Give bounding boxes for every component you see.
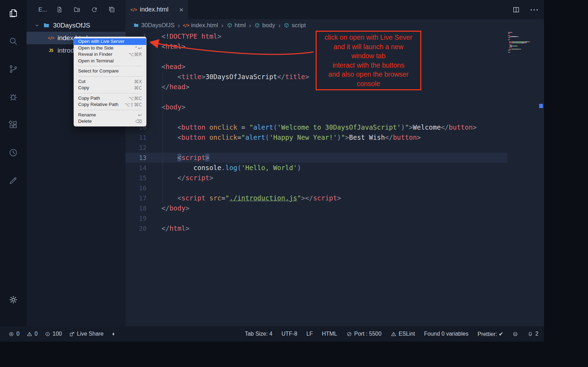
status-eslint[interactable]: ESLint [391, 331, 415, 337]
status-variables[interactable]: Found 0 variables [424, 331, 468, 337]
menu-item-shortcut: ⌫ [135, 118, 142, 124]
menu-item-label: Cut [78, 79, 85, 85]
refresh-button[interactable] [91, 6, 98, 14]
menu-item-rename[interactable]: Rename↩ [74, 112, 146, 118]
split-editor-icon[interactable] [512, 6, 520, 14]
collapse-all-button[interactable] [108, 6, 116, 14]
status-feedback-smiley[interactable] [512, 331, 518, 337]
code-line-7[interactable]: 7 [126, 92, 507, 102]
menu-item-open-with-live-server[interactable]: Open with Live Server [74, 38, 146, 45]
activity-search[interactable] [8, 36, 19, 47]
folder-label: 30DaysOfJS [53, 22, 90, 29]
lightning-icon [111, 331, 116, 337]
annotation-line: and also open the browser [319, 70, 418, 79]
tab-index-html[interactable]: </> index.html × [126, 0, 189, 19]
menu-item-copy-path[interactable]: Copy Path⌥⌘C [74, 95, 146, 102]
scrollbar-marker[interactable] [539, 104, 543, 108]
code-line-18[interactable]: 18</body> [126, 203, 507, 213]
minimap[interactable] [508, 32, 539, 53]
more-actions-icon[interactable]: ⋯ [530, 5, 538, 14]
menu-item-reveal-in-finder[interactable]: Reveal in Finder⌥⌘R [74, 51, 146, 58]
menu-item-label: Copy [78, 85, 89, 91]
code-line-16[interactable]: 16 [126, 183, 507, 193]
status-notifications[interactable]: 2 [527, 331, 538, 337]
annotation-line: click on open with Live Sever [319, 33, 418, 42]
annotation-line: and it will launch a new [319, 42, 418, 52]
status-errors[interactable]: 0 [8, 331, 20, 337]
menu-item-label: Delete [78, 118, 92, 124]
menu-item-open-to-the-side[interactable]: Open to the Side⌃↩ [74, 45, 146, 52]
breadcrumb-label: html [235, 22, 246, 29]
menu-item-label: Copy Relative Path [78, 102, 119, 108]
new-file-button[interactable] [56, 6, 63, 14]
activity-bar [0, 0, 27, 326]
menu-item-copy-relative-path[interactable]: Copy Relative Path⌥⇧⌘C [74, 101, 146, 108]
menu-item-delete[interactable]: Delete⌫ [74, 118, 146, 125]
close-tab-icon[interactable]: × [179, 6, 183, 13]
folder-30daysofjs[interactable]: 30DaysOfJS [27, 19, 126, 32]
status-eol[interactable]: LF [306, 331, 313, 337]
status-info[interactable]: 100 [45, 331, 62, 337]
settings-gear-icon [8, 295, 18, 305]
status-encoding[interactable]: UTF-8 [281, 331, 297, 337]
menu-item-open-in-terminal[interactable]: Open in Terminal [74, 58, 146, 64]
line-number: 18 [126, 203, 146, 213]
activity-history[interactable] [8, 147, 19, 158]
new-folder-button[interactable] [73, 6, 81, 14]
annotation-line: interact with the buttons [319, 61, 418, 70]
code-line-12[interactable]: 12 [126, 143, 507, 153]
activity-feedback[interactable] [8, 175, 19, 186]
line-content: <button onclick="alert('Happy New Year!'… [146, 132, 421, 143]
code-line-10[interactable]: 10 <button onclick = "alert('Welcome to … [126, 122, 507, 132]
line-content [146, 143, 161, 153]
breadcrumb-30daysofjs[interactable]: 30DaysOfJS [133, 22, 174, 29]
code-line-14[interactable]: 14 console.log('Hello, World') [126, 163, 507, 173]
menu-item-label: Select for Compare [78, 68, 119, 74]
activity-run-debug[interactable] [8, 91, 19, 102]
status-label: 0 [16, 331, 20, 337]
menu-item-cut[interactable]: Cut⌘X [74, 78, 146, 85]
status-language-mode[interactable]: HTML [322, 331, 337, 337]
status-tab-size[interactable]: Tab Size: 4 [245, 331, 272, 337]
line-content [146, 213, 161, 223]
line-content [146, 92, 161, 102]
breadcrumb-html[interactable]: html [227, 22, 246, 29]
line-content: <title>30DaysOfJavaScript</title> [146, 72, 309, 82]
status-lightning[interactable] [111, 331, 116, 337]
code-line-11[interactable]: 11 <button onclick="alert('Happy New Yea… [126, 132, 507, 143]
annotation-line: window tab [319, 51, 418, 61]
breadcrumb-script[interactable]: script [284, 22, 306, 29]
status-label: 0 [35, 331, 38, 337]
menu-item-select-for-compare[interactable]: Select for Compare [74, 68, 146, 75]
activity-explorer[interactable] [8, 8, 19, 19]
line-number: 16 [126, 183, 146, 193]
menu-item-shortcut: ⌥⌘R [129, 52, 142, 58]
status-label: Found 0 variables [424, 331, 468, 337]
status-prettier[interactable]: Prettier: ✔ [477, 331, 503, 337]
code-line-8[interactable]: 8<body> [126, 102, 507, 112]
activity-source-control[interactable] [8, 63, 19, 75]
js-file-icon: JS [47, 47, 54, 54]
code-line-17[interactable]: 17 <script src="./introduction.js"></scr… [126, 193, 507, 203]
menu-item-label: Rename [78, 112, 96, 118]
activity-extensions[interactable] [8, 119, 19, 130]
code-line-13[interactable]: 13 <script> [126, 153, 507, 163]
status-label: 100 [53, 331, 62, 337]
context-menu: Open with Live ServerOpen to the Side⌃↩R… [74, 37, 146, 127]
status-warnings[interactable]: 0 [27, 331, 38, 337]
code-line-9[interactable]: 9 [126, 112, 507, 122]
menu-item-copy[interactable]: Copy⌘C [74, 85, 146, 91]
vscode-window: E... 30DaysOfJS </>index.htmlJSintroduct… [0, 0, 544, 342]
chevron-right-icon: › [249, 22, 251, 29]
chevron-down-icon [34, 23, 40, 28]
code-line-15[interactable]: 15 </script> [126, 173, 507, 183]
breadcrumb-body[interactable]: body [254, 22, 275, 29]
breadcrumb-label: 30DaysOfJS [141, 22, 174, 29]
breadcrumb-index-html[interactable]: </>index.html [183, 22, 218, 29]
code-line-19[interactable]: 19 [126, 213, 507, 223]
code-line-20[interactable]: 20</html> [126, 223, 507, 234]
status-port[interactable]: Port : 5500 [346, 331, 382, 337]
status-live-share[interactable]: Live Share [69, 331, 104, 337]
menu-separator [78, 76, 142, 77]
activity-settings[interactable] [8, 294, 19, 305]
